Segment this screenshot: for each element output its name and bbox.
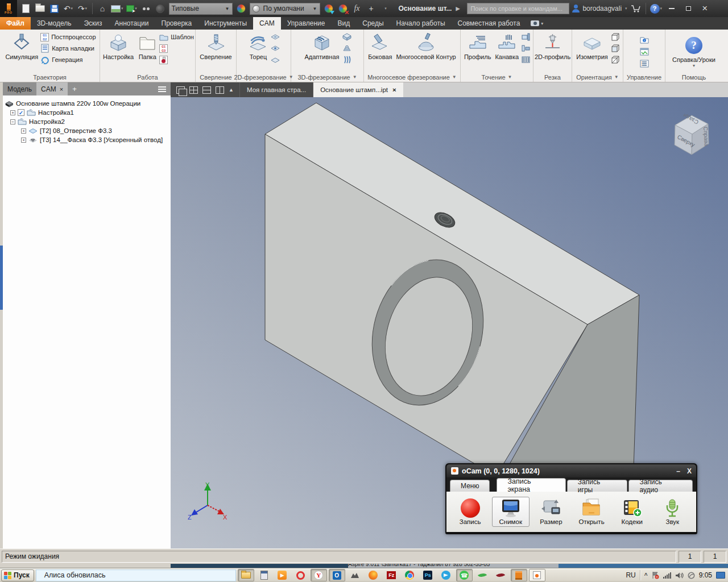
qat-customize-button[interactable]: ▾ — [380, 2, 391, 15]
contour-2d-button[interactable] — [270, 43, 280, 53]
taskbar-opera-button[interactable] — [292, 569, 309, 581]
manage-list-button[interactable] — [639, 59, 650, 69]
tab-annotations[interactable]: Аннотации — [109, 17, 155, 30]
ocam-record-button[interactable]: Запись — [452, 497, 489, 526]
adaptive-button[interactable]: Адаптивная — [303, 31, 341, 61]
ocam-minimize-button[interactable]: – — [676, 467, 680, 475]
save-button[interactable] — [48, 2, 60, 15]
turn-face-button[interactable] — [521, 32, 531, 42]
taskbar-yandex-button[interactable]: Y — [311, 569, 327, 581]
tab-manage[interactable]: Управление — [281, 17, 332, 30]
tab-3d-model[interactable]: 3D-модель — [31, 17, 78, 30]
language-indicator[interactable]: RU — [626, 571, 635, 579]
measure-button[interactable] — [140, 2, 152, 15]
ocam-game-record-tab[interactable]: Запись игры — [567, 480, 628, 492]
ocam-open-button[interactable]: Открыть — [573, 497, 610, 526]
taskbar-outlook-button[interactable]: O — [329, 569, 345, 581]
restore-button[interactable] — [681, 3, 695, 14]
appearance-select[interactable]: По умолчани▼ — [250, 3, 320, 15]
help-button[interactable]: ?▾ — [650, 2, 663, 15]
account-button[interactable]: borodaagvali▾ — [572, 2, 627, 15]
material-style-select[interactable]: Типовые▼ — [169, 3, 233, 15]
view-cube-1-button[interactable] — [610, 32, 621, 42]
help-lessons-button[interactable]: ? Справка/Уроки ▾ — [671, 34, 717, 69]
flow-3d-button[interactable] — [342, 55, 352, 65]
appearance-clear-button[interactable] — [337, 2, 349, 15]
minimize-button[interactable] — [665, 3, 679, 14]
tree-root[interactable]: Основание штампа 220v 100w Операции — [5, 99, 168, 108]
tab-get-started[interactable]: Начало работы — [390, 17, 452, 30]
tab-cam[interactable]: CAM — [253, 17, 281, 30]
expand-icon[interactable]: + — [10, 110, 15, 115]
tab-file[interactable]: Файл — [0, 17, 31, 30]
manage-folder-button[interactable]: i — [639, 35, 650, 45]
taskbar-red-feather-button[interactable] — [493, 569, 509, 581]
tab-inspect[interactable]: Проверка — [155, 17, 198, 30]
store-button[interactable] — [630, 2, 642, 15]
start-button[interactable]: Пуск — [1, 569, 34, 581]
ocam-sound-button[interactable]: Звук — [653, 497, 691, 526]
turn-thread-button[interactable] — [521, 55, 531, 65]
split-horizontal-icon[interactable] — [202, 86, 211, 94]
material-ball-button[interactable] — [155, 2, 166, 15]
face-button[interactable]: Торец — [247, 31, 270, 61]
taskbar-explorer-button[interactable] — [238, 569, 254, 581]
close-tab-icon[interactable]: × — [60, 86, 63, 93]
collapse-icon[interactable]: − — [10, 119, 15, 124]
turn-groove-button[interactable]: Канавка — [493, 31, 520, 61]
tab-tools[interactable]: Инструменты — [198, 17, 253, 30]
isometric-button[interactable]: Изометрия — [574, 31, 610, 61]
taskbar-chrome-button[interactable] — [402, 569, 418, 581]
expand-icon[interactable]: + — [21, 128, 26, 134]
alice-search-bar[interactable]: Алиса обновилась — [36, 569, 236, 581]
ocam-codecs-button[interactable]: Кодеки — [613, 497, 651, 526]
volume-icon[interactable] — [675, 572, 684, 579]
tab-view[interactable]: Вид — [332, 17, 357, 30]
show-desktop-icon[interactable] — [716, 572, 725, 579]
search-input[interactable] — [467, 3, 569, 14]
tree-operation-t2[interactable]: + [T2] 08_Отверстие Ф3.3 — [5, 126, 168, 135]
browser-add-tab-button[interactable]: + — [68, 82, 81, 95]
ocam-screen-record-tab[interactable]: Запись экрана — [497, 478, 565, 492]
qat-add-button[interactable]: + — [366, 2, 377, 15]
taskbar-eagle-button[interactable] — [347, 569, 363, 581]
steps-3d-button[interactable] — [342, 43, 352, 53]
taskbar-telegram-button[interactable] — [438, 569, 454, 581]
taskbar-calculator-button[interactable] — [256, 569, 272, 581]
setup-button[interactable]: Настройка — [101, 31, 135, 61]
view-cube-2-button[interactable] — [610, 43, 621, 53]
ocam-close-button[interactable]: X — [687, 467, 692, 475]
power-plan-icon[interactable] — [688, 572, 695, 579]
fx-parameters-button[interactable]: fx — [351, 2, 363, 15]
browser-tab-model[interactable]: Модель — [3, 82, 36, 95]
tile-windows-icon[interactable] — [189, 86, 198, 94]
tab-collaborate[interactable]: Совместная работа — [452, 17, 527, 30]
probe-button[interactable] — [159, 55, 194, 65]
tree-setup1[interactable]: + ✓ Настройка1 — [5, 108, 168, 117]
ocam-menu-tab[interactable]: Меню — [450, 480, 490, 492]
undo-button[interactable]: ↶▾ — [63, 2, 74, 15]
multiaxis-contour-button[interactable]: Многоосевой Контур — [394, 31, 457, 61]
checkbox-checked[interactable]: ✓ — [18, 109, 24, 116]
view-cube-3-button[interactable] — [610, 55, 621, 65]
color-wheel-button[interactable] — [235, 2, 247, 15]
post-process-button[interactable]: G1G2Постпроцессор — [40, 32, 96, 42]
expand-icon[interactable]: + — [21, 138, 26, 143]
turn-profile-button[interactable]: Профиль — [462, 31, 493, 61]
folder-button[interactable]: Папка — [136, 31, 159, 61]
open-button[interactable] — [34, 2, 46, 15]
turn-part-button[interactable] — [521, 43, 531, 53]
hidden-icons-chevron[interactable]: ^ — [644, 572, 647, 579]
generate-button[interactable]: Генерация — [40, 55, 96, 65]
profile-2d-button[interactable]: 2D-профиль — [533, 31, 572, 61]
taskbar-firefox-button[interactable] — [365, 569, 382, 581]
g-code-button[interactable]: G1G3 — [159, 43, 194, 53]
ocam-audio-record-tab[interactable]: Запись аудио — [628, 480, 693, 492]
manage-machine-button[interactable] — [639, 47, 650, 57]
redo-button[interactable]: ↷▾ — [77, 2, 88, 15]
browser-tab-cam[interactable]: CAM× — [36, 82, 68, 95]
parameters-button[interactable]: ▾ — [126, 2, 138, 15]
ocam-size-button[interactable]: Размер — [532, 497, 570, 526]
clock[interactable]: 9:05 — [699, 571, 712, 579]
ocam-titlebar[interactable]: oCam (0, 0, 1280, 1024) –X — [446, 464, 696, 477]
